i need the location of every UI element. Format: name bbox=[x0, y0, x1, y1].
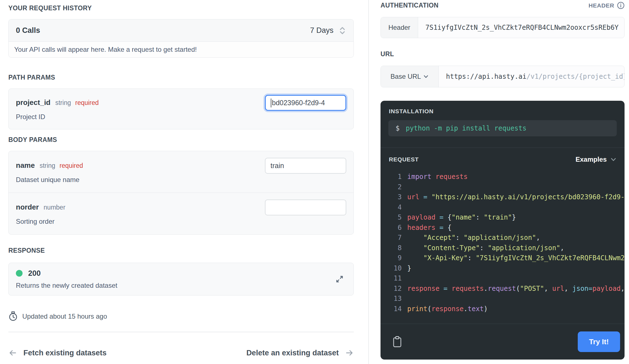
code-line: 1import requests bbox=[384, 172, 625, 182]
code-line: 13 bbox=[384, 294, 625, 304]
response-status: 200 bbox=[16, 269, 334, 278]
code-line: 3url = "https://api.hasty.ai/v1/projects… bbox=[384, 192, 625, 202]
chevron-down-icon bbox=[610, 156, 617, 163]
project-id-input-value: bd023960-f2d9-4 bbox=[272, 99, 325, 107]
prev-page-link[interactable]: Fetch existing datasets bbox=[8, 348, 107, 357]
panel-footer: Try It! bbox=[381, 324, 625, 360]
url-card: Base URL https://api.hasty.ai/v1/project… bbox=[381, 66, 625, 87]
prev-page-label: Fetch existing datasets bbox=[23, 349, 107, 357]
name-input-value: train bbox=[270, 162, 284, 170]
url-base: https://api.hasty.ai bbox=[446, 73, 526, 80]
response-description: Returns the newly created dataset bbox=[16, 282, 334, 289]
panel-divider bbox=[381, 147, 625, 148]
shell-prompt: $ bbox=[396, 124, 399, 132]
left-column: YOUR REQUEST HISTORY 0 Calls 7 Days Your… bbox=[8, 0, 354, 357]
name-input[interactable]: train bbox=[265, 158, 346, 174]
footer-divider bbox=[8, 332, 354, 332]
installation-heading: INSTALLATION bbox=[389, 108, 625, 115]
authentication-heading: AUTHENTICATION bbox=[381, 2, 438, 9]
param-row-name: name string required Dataset unique name… bbox=[9, 151, 353, 193]
text-caret bbox=[271, 99, 271, 107]
code-sample[interactable]: 1import requests2 3url = "https://api.ha… bbox=[381, 172, 625, 314]
clock-icon bbox=[8, 311, 18, 322]
param-title: name string required bbox=[16, 161, 265, 170]
param-row-project-id: project_id string required Project ID bd… bbox=[9, 89, 353, 129]
request-header-row: REQUEST Examples bbox=[389, 156, 617, 163]
body-params-heading: BODY PARAMS bbox=[8, 136, 354, 144]
param-row-norder: norder number Sorting order bbox=[9, 193, 353, 234]
request-history-summary-row: 0 Calls 7 Days bbox=[9, 19, 353, 42]
api-reference-page: YOUR REQUEST HISTORY 0 Calls 7 Days Your… bbox=[0, 0, 629, 364]
right-column: AUTHENTICATION HEADER Header 7S1iyfgIVcZ… bbox=[381, 0, 625, 360]
norder-input[interactable] bbox=[265, 200, 346, 215]
body-params-card: name string required Dataset unique name… bbox=[8, 151, 354, 235]
status-code: 200 bbox=[28, 269, 41, 278]
next-page-link[interactable]: Delete an existing dataset bbox=[246, 348, 354, 357]
param-type: string bbox=[55, 99, 71, 106]
param-required-badge: required bbox=[60, 162, 83, 169]
url-value: https://api.hasty.ai/v1/projects/{projec… bbox=[439, 66, 624, 87]
auth-type-badge: HEADER bbox=[589, 2, 625, 9]
code-line: 9 "X-Api-Key": "7S1iyfgIVcZtN_2s_VhCZkt7… bbox=[384, 253, 625, 263]
request-history-heading: YOUR REQUEST HISTORY bbox=[8, 4, 354, 12]
time-range-select[interactable]: 7 Days bbox=[310, 26, 333, 35]
param-info: name string required Dataset unique name bbox=[16, 158, 265, 184]
code-line: 14print(response.text) bbox=[384, 304, 625, 314]
info-icon[interactable] bbox=[617, 2, 625, 9]
param-required-badge: required bbox=[75, 99, 99, 106]
url-heading: URL bbox=[381, 50, 625, 58]
install-command-box: $ python -m pip install requests bbox=[388, 120, 617, 136]
code-line: 2 bbox=[384, 182, 625, 192]
column-divider bbox=[368, 0, 369, 364]
auth-key-label: Header bbox=[381, 17, 418, 38]
expand-icon bbox=[334, 274, 345, 285]
clipboard-icon bbox=[392, 336, 402, 348]
param-description: Sorting order bbox=[16, 218, 265, 225]
path-params-card: project_id string required Project ID bd… bbox=[8, 88, 354, 129]
param-name: norder bbox=[16, 203, 39, 211]
examples-dropdown[interactable]: Examples bbox=[576, 156, 617, 163]
try-it-button[interactable]: Try It! bbox=[578, 331, 620, 352]
code-line: 6headers = { bbox=[384, 223, 625, 233]
base-url-select[interactable]: Base URL bbox=[381, 66, 439, 87]
code-line: 8 "Content-Type": "application/json", bbox=[384, 243, 625, 253]
param-description: Dataset unique name bbox=[16, 176, 265, 184]
response-main: 200 Returns the newly created dataset bbox=[16, 269, 334, 289]
authentication-row: AUTHENTICATION HEADER bbox=[381, 2, 625, 9]
response-heading: RESPONSE bbox=[8, 247, 354, 254]
updated-row: Updated about 15 hours ago bbox=[8, 311, 354, 322]
project-id-input[interactable]: bd023960-f2d9-4 bbox=[265, 95, 346, 111]
footer-navigation: Fetch existing datasets Delete an existi… bbox=[8, 348, 354, 357]
auth-key-value-input[interactable]: 7S1iyfgIVcZtN_2s_VhCZkt7eRQFB4CLNwm2ooxc… bbox=[418, 17, 624, 38]
calls-count: 0 Calls bbox=[16, 26, 40, 35]
arrow-left-icon bbox=[8, 348, 17, 357]
path-params-heading: PATH PARAMS bbox=[8, 74, 354, 81]
request-history-card: 0 Calls 7 Days Your API calls will appea… bbox=[8, 19, 354, 58]
code-line: 7 "Accept": "application/json", bbox=[384, 233, 625, 243]
auth-key-card: Header 7S1iyfgIVcZtN_2s_VhCZkt7eRQFB4CLN… bbox=[381, 17, 625, 38]
request-history-empty-row: Your API calls will appear here. Make a … bbox=[9, 42, 353, 57]
param-type: string bbox=[40, 162, 55, 169]
code-line: 10} bbox=[384, 263, 625, 274]
code-line: 4 bbox=[384, 202, 625, 213]
install-command: python -m pip install requests bbox=[406, 124, 526, 132]
request-history-empty-message: Your API calls will appear here. Make a … bbox=[14, 46, 197, 53]
param-info: project_id string required Project ID bbox=[16, 95, 265, 121]
select-chevrons-icon[interactable] bbox=[338, 26, 346, 36]
examples-label: Examples bbox=[576, 156, 607, 163]
expand-response-button[interactable] bbox=[334, 274, 345, 285]
param-name: project_id bbox=[16, 98, 50, 107]
param-info: norder number Sorting order bbox=[16, 200, 265, 225]
status-dot-icon bbox=[16, 270, 23, 277]
base-url-label: Base URL bbox=[391, 73, 421, 80]
param-name: name bbox=[16, 161, 35, 169]
response-card: 200 Returns the newly created dataset bbox=[8, 263, 354, 296]
next-page-label: Delete an existing dataset bbox=[246, 349, 339, 357]
chevron-down-icon bbox=[423, 74, 429, 79]
param-description: Project ID bbox=[16, 113, 265, 121]
copy-code-button[interactable] bbox=[392, 335, 404, 349]
param-title: project_id string required bbox=[16, 98, 265, 107]
auth-type-label: HEADER bbox=[589, 2, 614, 9]
code-line: 5payload = {"name": "train"} bbox=[384, 212, 625, 223]
request-heading: REQUEST bbox=[389, 156, 419, 163]
